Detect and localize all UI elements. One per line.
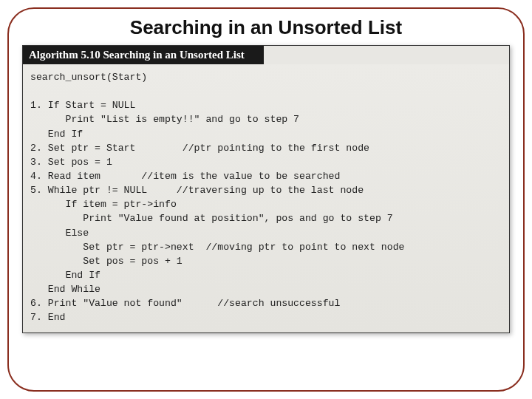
slide-title: Searching in an Unsorted List xyxy=(9,16,523,39)
algorithm-header: Algorithm 5.10 Searching in an Unsorted … xyxy=(23,46,264,64)
algorithm-body: search_unsort(Start) 1. If Start = NULL … xyxy=(23,64,509,332)
algorithm-box: Algorithm 5.10 Searching in an Unsorted … xyxy=(22,45,510,333)
slide-frame: Searching in an Unsorted List Algorithm … xyxy=(7,7,525,392)
